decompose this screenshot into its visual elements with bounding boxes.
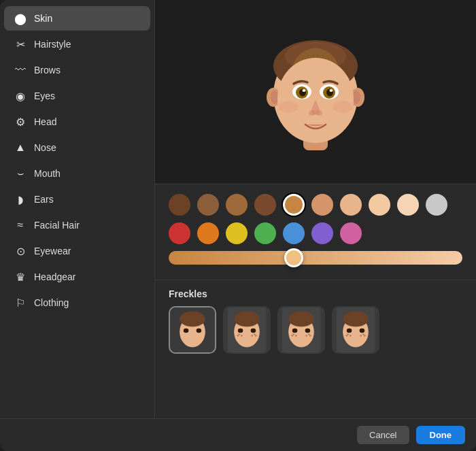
skin-swatch-5[interactable] (311, 194, 333, 216)
skin-tone-slider[interactable] (169, 251, 462, 265)
sidebar-item-eyes[interactable]: ◉Eyes (4, 84, 150, 108)
svg-point-16 (330, 89, 333, 92)
skin-swatch-6[interactable] (340, 194, 362, 216)
svg-point-39 (288, 312, 314, 327)
slider-row (169, 251, 462, 267)
sidebar-label-facial-hair: Facial Hair (34, 220, 80, 231)
svg-point-30 (251, 329, 256, 333)
sidebar-label-head: Head (34, 116, 56, 127)
sidebar-item-ears[interactable]: ◗Ears (4, 187, 150, 212)
color-swatch-vivid-6[interactable] (340, 222, 362, 244)
color-swatch-vivid-2[interactable] (226, 222, 248, 244)
sidebar-item-hairstyle[interactable]: ✂Hairstyle (4, 32, 150, 56)
color-swatch-vivid-3[interactable] (254, 222, 276, 244)
svg-point-52 (360, 329, 365, 333)
svg-point-23 (180, 312, 205, 327)
color-swatch-vivid-1[interactable] (197, 222, 219, 244)
sidebar-item-clothing[interactable]: ⚐Clothing (4, 290, 150, 315)
skin-swatch-8[interactable] (397, 194, 419, 216)
svg-point-50 (343, 312, 369, 327)
ears-icon: ◗ (14, 193, 27, 206)
freckles-title: Freckles (169, 288, 462, 299)
svg-point-36 (255, 335, 257, 337)
skin-swatch-1[interactable] (197, 194, 219, 216)
skin-icon: ⬤ (14, 12, 27, 25)
eyewear-icon: ⊙ (14, 244, 27, 258)
sidebar-item-headgear[interactable]: ♛Headgear (4, 265, 150, 289)
sidebar-label-eyewear: Eyewear (34, 246, 71, 256)
sidebar-item-head[interactable]: ⚙Head (4, 110, 150, 134)
svg-point-51 (347, 329, 352, 333)
sidebar: ⬤Skin✂Hairstyle〰Brows◉Eyes⚙Head▲Nose⌣Mou… (0, 0, 155, 418)
sidebar-label-headgear: Headgear (34, 271, 76, 282)
color-swatch-vivid-4[interactable] (283, 222, 305, 244)
freckles-section: Freckles (155, 280, 476, 418)
skin-swatch-0[interactable] (169, 194, 190, 216)
headgear-icon: ♛ (14, 270, 27, 284)
sidebar-item-skin[interactable]: ⬤Skin (4, 6, 150, 31)
svg-point-15 (303, 89, 306, 92)
color-swatch-vivid-5[interactable] (311, 222, 333, 244)
svg-point-24 (184, 329, 189, 333)
skin-swatch-2[interactable] (226, 194, 248, 216)
sidebar-label-hairstyle: Hairstyle (34, 39, 71, 50)
freckles-options (169, 306, 462, 354)
done-button[interactable]: Done (416, 426, 466, 444)
mouth-icon: ⌣ (14, 167, 27, 180)
svg-point-18 (316, 110, 322, 116)
app-container: ⬤Skin✂Hairstyle〰Brows◉Eyes⚙Head▲Nose⌣Mou… (0, 0, 476, 451)
avatar-preview (254, 24, 377, 160)
sidebar-item-mouth[interactable]: ⌣Mouth (4, 161, 150, 186)
brows-icon: 〰 (14, 63, 27, 77)
avatar-section (155, 0, 476, 184)
cancel-button[interactable]: Cancel (357, 426, 409, 444)
svg-point-44 (291, 335, 293, 337)
svg-point-57 (360, 335, 362, 337)
svg-point-55 (345, 335, 347, 337)
sidebar-item-eyewear[interactable]: ⊙Eyewear (4, 239, 150, 263)
freckle-option-0[interactable] (169, 306, 216, 354)
svg-point-43 (295, 335, 297, 337)
svg-point-46 (305, 335, 307, 337)
right-panel: Freckles (155, 0, 476, 418)
svg-point-25 (197, 329, 202, 333)
sidebar-label-mouth: Mouth (34, 168, 61, 179)
skin-swatch-9[interactable] (426, 194, 447, 216)
facial-hair-icon: ≈ (14, 218, 27, 232)
svg-point-32 (241, 335, 243, 337)
freckle-option-2[interactable] (277, 306, 325, 354)
sidebar-label-skin: Skin (34, 13, 52, 24)
color-swatch-vivid-0[interactable] (169, 222, 190, 244)
svg-point-29 (238, 329, 243, 333)
freckle-option-3[interactable] (332, 306, 379, 354)
svg-point-47 (309, 335, 311, 337)
freckle-option-1[interactable] (223, 306, 271, 354)
head-icon: ⚙ (14, 115, 27, 129)
clothing-icon: ⚐ (14, 296, 27, 310)
sidebar-item-nose[interactable]: ▲Nose (4, 135, 150, 160)
sidebar-item-facial-hair[interactable]: ≈Facial Hair (4, 213, 150, 237)
sidebar-label-brows: Brows (34, 65, 61, 76)
svg-point-20 (333, 101, 352, 113)
svg-point-33 (237, 335, 239, 337)
main-content: ⬤Skin✂Hairstyle〰Brows◉Eyes⚙Head▲Nose⌣Mou… (0, 0, 476, 418)
svg-point-54 (350, 335, 352, 337)
skin-swatch-3[interactable] (254, 194, 276, 216)
skin-swatch-4[interactable] (283, 194, 305, 216)
palette-section (155, 184, 476, 280)
eyes-icon: ◉ (14, 89, 27, 103)
svg-point-28 (234, 312, 260, 327)
svg-point-19 (279, 101, 298, 113)
svg-point-17 (309, 110, 316, 116)
svg-point-8 (277, 58, 354, 139)
bottom-bar: Cancel Done (0, 418, 476, 451)
svg-point-41 (305, 329, 311, 333)
skin-swatch-7[interactable] (369, 194, 390, 216)
svg-point-58 (364, 335, 366, 337)
skin-color-row-1 (169, 194, 462, 216)
nose-icon: ▲ (14, 141, 27, 154)
svg-point-35 (251, 335, 253, 337)
sidebar-label-nose: Nose (34, 142, 56, 153)
sidebar-label-eyes: Eyes (34, 90, 55, 101)
sidebar-item-brows[interactable]: 〰Brows (4, 58, 150, 82)
